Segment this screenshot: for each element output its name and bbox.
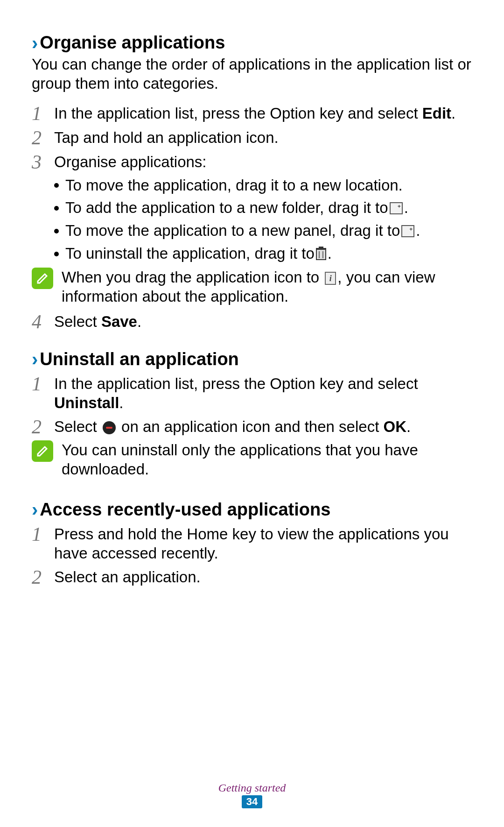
step-text: Select Save. <box>54 312 472 332</box>
heading-recent: › Access recently-used applications <box>32 500 472 520</box>
step-text: Organise applications: <box>54 152 472 172</box>
bullet-dot-icon <box>54 206 59 211</box>
bullet-item: To move the application to a new panel, … <box>54 221 472 241</box>
text-fragment: . <box>406 418 411 435</box>
trash-icon <box>316 248 326 260</box>
document-page: › Organise applications You can change t… <box>0 0 504 587</box>
footer-section-label: Getting started <box>0 782 504 794</box>
uninstall-step-1: 1 In the application list, press the Opt… <box>32 374 472 413</box>
organise-note: When you drag the application icon to i,… <box>32 268 472 306</box>
step-number: 1 <box>32 374 54 413</box>
step-number: 1 <box>32 104 54 123</box>
heading-text: Uninstall an application <box>40 349 239 369</box>
bullet-text: To uninstall the application, drag it to <box>65 244 315 264</box>
remove-minus-icon <box>103 421 116 434</box>
heading-uninstall: › Uninstall an application <box>32 349 472 369</box>
step-text: Select on an application icon and then s… <box>54 417 472 437</box>
chevron-icon: › <box>32 350 38 368</box>
bullet-dot-icon <box>54 183 59 188</box>
text-fragment: In the application list, press the Optio… <box>54 105 422 122</box>
text-fragment: When you drag the application icon to <box>62 269 323 286</box>
chevron-icon: › <box>32 500 38 519</box>
step-number: 2 <box>32 417 54 437</box>
heading-text: Access recently-used applications <box>40 500 330 520</box>
folder-plus-icon: + <box>390 202 403 214</box>
panel-plus-icon: + <box>401 225 414 237</box>
step-text: Select an application. <box>54 567 472 587</box>
icon-glyph: + <box>401 225 414 237</box>
text-fragment: Select <box>54 313 101 330</box>
bullet-text: . <box>328 244 332 264</box>
step-text: In the application list, press the Optio… <box>54 374 472 413</box>
bullet-text: . <box>416 221 420 241</box>
icon-glyph: i <box>325 272 336 285</box>
bullet-item: To uninstall the application, drag it to… <box>54 244 472 264</box>
note-text: When you drag the application icon to i,… <box>62 268 472 306</box>
bullet-item: To add the application to a new folder, … <box>54 198 472 218</box>
text-fragment: In the application list, press the Optio… <box>54 375 418 392</box>
chevron-icon: › <box>32 34 38 52</box>
step-text: Press and hold the Home key to view the … <box>54 524 472 563</box>
organise-step-4: 4 Select Save. <box>32 312 472 332</box>
step-number: 1 <box>32 524 54 563</box>
text-fragment: on an application icon and then select <box>117 418 384 435</box>
heading-organise: › Organise applications <box>32 33 472 53</box>
step-text: Tap and hold an application icon. <box>54 128 472 148</box>
note-pencil-icon <box>32 440 53 462</box>
note-text: You can uninstall only the applications … <box>62 440 472 479</box>
step-number: 3 <box>32 152 54 172</box>
heading-text: Organise applications <box>40 33 225 53</box>
step-number: 2 <box>32 567 54 587</box>
bold-text: Uninstall <box>54 394 119 411</box>
note-pencil-icon <box>32 268 53 289</box>
uninstall-step-2: 2 Select on an application icon and then… <box>32 417 472 437</box>
bullet-text: To add the application to a new folder, … <box>65 198 388 218</box>
organise-step-2: 2 Tap and hold an application icon. <box>32 128 472 148</box>
step-text: In the application list, press the Optio… <box>54 104 472 123</box>
bullet-dot-icon <box>54 252 59 256</box>
text-fragment: Select <box>54 418 101 435</box>
organise-bullets: To move the application, drag it to a ne… <box>54 176 472 264</box>
bold-text: Edit <box>422 105 451 122</box>
organise-intro: You can change the order of applications… <box>32 55 472 93</box>
text-fragment: . <box>451 105 455 122</box>
icon-glyph: + <box>390 202 403 214</box>
page-number: 34 <box>242 795 262 808</box>
text-fragment: . <box>137 313 141 330</box>
organise-step-1: 1 In the application list, press the Opt… <box>32 104 472 123</box>
text-fragment: . <box>119 394 123 411</box>
step-number: 2 <box>32 128 54 148</box>
organise-step-3: 3 Organise applications: <box>32 152 472 172</box>
page-footer: Getting started 34 <box>0 782 504 808</box>
bullet-text: . <box>404 198 408 218</box>
bold-text: OK <box>383 418 406 435</box>
bullet-text: To move the application, drag it to a ne… <box>65 176 403 196</box>
bullet-text: To move the application to a new panel, … <box>65 221 400 241</box>
recent-step-1: 1 Press and hold the Home key to view th… <box>32 524 472 563</box>
step-number: 4 <box>32 312 54 332</box>
uninstall-note: You can uninstall only the applications … <box>32 440 472 479</box>
bullet-dot-icon <box>54 229 59 233</box>
info-icon: i <box>325 272 336 285</box>
bold-text: Save <box>101 313 137 330</box>
recent-step-2: 2 Select an application. <box>32 567 472 587</box>
bullet-item: To move the application, drag it to a ne… <box>54 176 472 196</box>
